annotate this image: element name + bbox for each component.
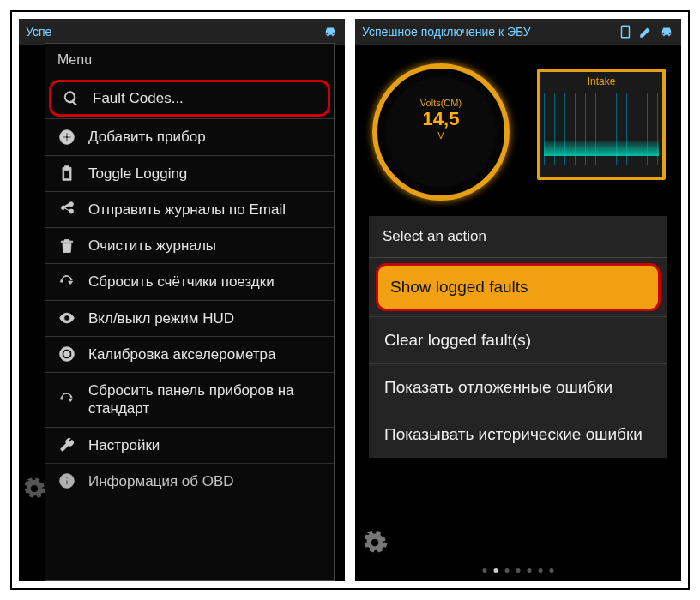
status-bar-right: Успешное подключение к ЭБУ [355,19,681,45]
page-dot[interactable] [483,568,487,573]
eye-icon [56,309,78,327]
gauge-value: 14,5 [423,108,460,130]
menu-item-5[interactable]: Сбросить счётчики поездки [45,263,334,299]
menu-item-8[interactable]: Сбросить панель приборов на стандарт [45,372,334,427]
menu-panel: Menu Fault Codes...Добавить приборToggle… [45,43,335,581]
share-icon [56,201,78,218]
search-icon [60,90,82,107]
menu-item-label: Вкл/выкл режим HUD [88,309,234,327]
action-item-0[interactable]: Show logged faults [376,263,661,311]
gear-icon [22,477,46,504]
intake-graph[interactable]: Intake [537,69,666,180]
menu-item-7[interactable]: Калибровка акселерометра [45,336,334,372]
page-dot[interactable] [505,568,510,573]
action-dialog-title: Select an action [369,216,667,258]
menu-item-label: Сбросить панель приборов на стандарт [88,381,323,418]
gauge-label: Volts(CM) [420,98,462,108]
page-dot[interactable] [494,568,498,573]
clipboard-icon [56,165,78,182]
info-icon [56,472,78,489]
status-bar-left: Успе [19,19,345,45]
trash-icon [56,237,78,255]
menu-item-4[interactable]: Очистить журналы [45,227,334,263]
action-item-2[interactable]: Показать отложенные ошибки [369,363,667,411]
gauge-unit: V [438,130,444,141]
action-item-3[interactable]: Показывать исторические ошибки [369,411,667,458]
action-list: Show logged faultsClear logged fault(s)П… [369,263,667,458]
refresh-icon [56,391,78,408]
volt-gauge[interactable]: Volts(CM) 14,5 V [372,63,510,201]
status-icons-right [618,24,674,39]
page-dot[interactable] [539,568,543,573]
phone-left: Успе Menu Fault Codes...Добавить приборT… [19,19,345,581]
page-indicator[interactable] [483,568,554,573]
refresh-icon [56,273,78,291]
phone-icon [618,24,633,39]
menu-item-2[interactable]: Toggle Logging [45,155,334,191]
wrench-icon [56,436,78,453]
menu-item-6[interactable]: Вкл/выкл режим HUD [45,300,334,336]
graph-title: Intake [544,75,659,87]
status-title-right: Успешное подключение к ЭБУ [362,25,618,39]
plus-circle-icon [56,129,78,146]
menu-list[interactable]: Fault Codes...Добавить приборToggle Logg… [45,78,334,580]
menu-item-label: Настройки [88,436,160,454]
menu-item-label: Калибровка акселерометра [88,345,275,363]
gauge-face: Volts(CM) 14,5 V [386,77,496,187]
menu-item-label: Fault Codes... [93,89,184,107]
action-dialog: Select an action Show logged faultsClear… [369,216,667,458]
menu-title: Menu [45,44,334,78]
menu-item-0[interactable]: Fault Codes... [49,80,330,117]
pencil-icon [638,24,654,39]
menu-item-label: Toggle Logging [88,165,187,183]
action-item-1[interactable]: Clear logged fault(s) [369,316,667,363]
page-dot[interactable] [516,568,521,573]
page-dot[interactable] [528,568,532,573]
menu-item-label: Добавить прибор [88,128,206,146]
menu-item-label: Сбросить счётчики поездки [88,273,275,291]
status-icons-left [323,24,338,39]
dashboard-background: Volts(CM) 14,5 V Intake Select an action… [355,45,681,581]
menu-item-3[interactable]: Отправить журналы по Email [45,191,334,227]
comparison-frame: Успе Menu Fault Codes...Добавить приборT… [10,10,690,590]
car-icon [323,24,338,39]
target-icon [56,345,78,363]
phone-right: Успешное подключение к ЭБУ Volts(CM) 14,… [355,19,681,581]
graph-area [544,93,659,165]
status-title-left: Успе [26,25,323,39]
menu-item-label: Очистить журналы [88,237,216,255]
page-dot[interactable] [550,568,554,573]
menu-item-label: Отправить журналы по Email [88,201,286,219]
car-icon [659,24,674,39]
menu-item-9[interactable]: Настройки [45,427,334,463]
menu-item-1[interactable]: Добавить прибор [45,118,334,154]
gear-icon[interactable] [362,530,388,559]
menu-item-label: Информация об OBD [88,472,234,490]
menu-item-10[interactable]: Информация об OBD [45,463,334,499]
